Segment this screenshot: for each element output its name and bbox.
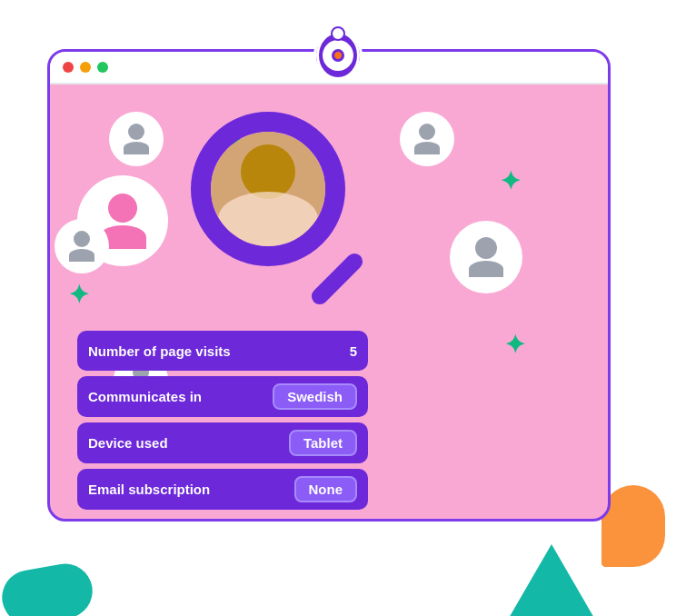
person-circle-right bbox=[450, 221, 522, 293]
dot-red bbox=[63, 62, 74, 73]
robot-eye bbox=[332, 49, 344, 62]
face-head bbox=[241, 144, 295, 199]
sparkle-3: ✦ bbox=[68, 280, 89, 310]
deco-teal-triangle bbox=[502, 544, 601, 616]
device-label: Device used bbox=[88, 435, 168, 451]
deco-orange-shape bbox=[601, 485, 665, 567]
person-icon-2 bbox=[414, 124, 440, 154]
robot-icon bbox=[313, 31, 363, 80]
email-label: Email subscription bbox=[88, 482, 210, 497]
info-card-language: Communicates in Swedish bbox=[77, 376, 368, 417]
face-body bbox=[218, 192, 318, 246]
language-value: Swedish bbox=[273, 383, 357, 410]
deco-teal-wave bbox=[0, 560, 96, 616]
sparkle-4: ✦ bbox=[504, 330, 525, 360]
person-circle-2 bbox=[400, 112, 454, 166]
magnify-circle bbox=[191, 112, 345, 266]
person-circle-1 bbox=[109, 112, 164, 166]
person-circle-far-left bbox=[55, 219, 109, 273]
browser-window: ✦ ✦ ✦ bbox=[47, 49, 611, 522]
robot-face bbox=[323, 40, 353, 71]
dot-green bbox=[97, 62, 108, 73]
person-photo bbox=[211, 132, 325, 246]
person-icon-1 bbox=[124, 124, 149, 154]
scene: ✦ ✦ ✦ bbox=[20, 13, 656, 603]
magnify-handle bbox=[308, 250, 366, 308]
browser-content: ✦ ✦ ✦ bbox=[50, 84, 608, 519]
info-card-email: Email subscription None bbox=[77, 469, 368, 510]
info-cards-container: Number of page visits 5 Communicates in … bbox=[77, 331, 368, 510]
info-card-page-visits: Number of page visits 5 bbox=[77, 331, 368, 371]
sparkle-2: ✦ bbox=[500, 166, 521, 196]
robot-antenna bbox=[331, 26, 345, 41]
magnify-glass-container bbox=[191, 112, 391, 312]
info-card-device: Device used Tablet bbox=[77, 422, 368, 463]
device-value: Tablet bbox=[289, 430, 357, 456]
page-visits-value: 5 bbox=[350, 343, 357, 359]
dot-yellow bbox=[80, 62, 91, 73]
email-value: None bbox=[294, 476, 358, 502]
page-visits-label: Number of page visits bbox=[88, 343, 231, 359]
language-label: Communicates in bbox=[88, 389, 202, 404]
